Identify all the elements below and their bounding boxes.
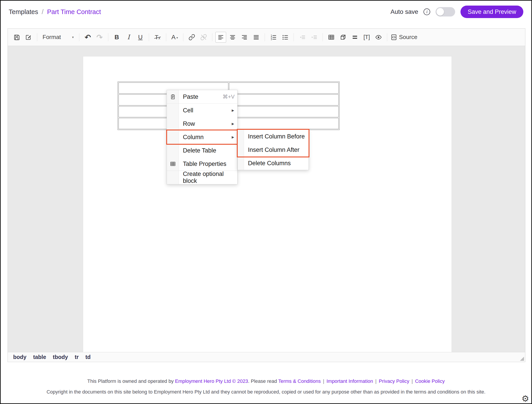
- bold-button[interactable]: B: [111, 32, 122, 43]
- footer-separator: |: [323, 378, 324, 384]
- cookie-policy-link[interactable]: Cookie Policy: [415, 378, 445, 384]
- link-button[interactable]: [186, 32, 197, 43]
- footer-line2: Copyright in the documents on this site …: [1, 389, 531, 395]
- toolbar-separator: [212, 33, 212, 41]
- indent-icon: [311, 34, 317, 41]
- underline-button[interactable]: U: [135, 32, 146, 43]
- source-button[interactable]: Source: [390, 32, 418, 43]
- important-information-link[interactable]: Important Information: [326, 378, 373, 384]
- menu-item-column[interactable]: Column ▸: [167, 130, 237, 144]
- gear-icon[interactable]: ⚙: [521, 394, 529, 403]
- insert-block-button[interactable]: [338, 32, 348, 43]
- align-center-icon: [229, 34, 236, 41]
- editor-resize-handle[interactable]: [520, 357, 524, 361]
- document-page[interactable]: [83, 56, 452, 352]
- submenu-arrow-icon: ▸: [232, 134, 234, 140]
- toolbar-separator: [323, 33, 323, 41]
- format-label: Format: [43, 34, 61, 41]
- source-icon: [391, 34, 397, 41]
- indent-button[interactable]: [309, 32, 319, 43]
- toolbar-separator: [37, 33, 37, 41]
- path-element-tbody[interactable]: tbody: [53, 354, 68, 360]
- text-field-button[interactable]: [T]: [361, 32, 372, 43]
- numbered-list-button[interactable]: 1 2 3: [268, 32, 279, 43]
- footer-text: This Platform is owned and operated by: [87, 378, 175, 384]
- horizontal-rule-button[interactable]: [349, 32, 360, 43]
- save-document-button[interactable]: [11, 32, 22, 43]
- text-color-button[interactable]: A▾: [169, 32, 180, 43]
- edit-template-button[interactable]: [23, 32, 34, 43]
- paste-shortcut: ⌘+V: [222, 94, 234, 100]
- privacy-policy-link[interactable]: Privacy Policy: [379, 378, 409, 384]
- autosave-toggle[interactable]: [436, 7, 455, 17]
- table-cell[interactable]: [229, 118, 339, 129]
- chevron-down-icon: ▾: [72, 35, 74, 39]
- breadcrumb-templates-link[interactable]: Templates: [9, 8, 38, 16]
- header-actions: Auto save i Save and Preview: [391, 6, 523, 18]
- site-footer: This Platform is owned and operated by E…: [1, 378, 531, 395]
- menu-item-delete-table[interactable]: Delete Table: [167, 144, 237, 157]
- underline-icon: U: [138, 34, 143, 40]
- path-element-tr[interactable]: tr: [75, 354, 79, 360]
- unlink-button[interactable]: [198, 32, 209, 43]
- text-color-icon: A▾: [171, 34, 178, 40]
- toolbar-separator: [387, 33, 387, 41]
- edit-template-icon: [25, 34, 32, 41]
- undo-icon: ↶: [85, 33, 91, 41]
- path-element-td[interactable]: td: [85, 354, 91, 360]
- toolbar-separator: [149, 33, 149, 41]
- align-justify-button[interactable]: [251, 32, 261, 43]
- outdent-button[interactable]: [297, 32, 308, 43]
- menu-item-insert-column-before[interactable]: Insert Column Before: [238, 130, 309, 143]
- preview-button[interactable]: [373, 32, 384, 43]
- remove-format-button[interactable]: Tx: [152, 32, 163, 43]
- bulleted-list-icon: [282, 34, 289, 41]
- terms-link[interactable]: Terms & Conditions: [278, 378, 321, 384]
- column-submenu: Insert Column Before Insert Column After…: [237, 130, 309, 170]
- menu-item-row[interactable]: Row ▸: [167, 117, 237, 130]
- breadcrumb-separator: /: [42, 8, 44, 16]
- table-properties-icon: [170, 161, 176, 167]
- save-icon: [13, 34, 20, 41]
- path-element-body[interactable]: body: [13, 354, 26, 360]
- undo-button[interactable]: ↶: [82, 32, 93, 43]
- editor: Format ▾ ↶ ↷ B I U Tx: [7, 28, 525, 362]
- insert-table-button[interactable]: [326, 32, 337, 43]
- align-center-button[interactable]: [227, 32, 238, 43]
- submenu-arrow-icon: ▸: [232, 121, 234, 127]
- align-right-button[interactable]: [239, 32, 250, 43]
- toolbar-separator: [79, 33, 79, 41]
- app-window: Templates / Part Time Contract Auto save…: [0, 0, 532, 404]
- menu-item-paste[interactable]: Paste ⌘+V: [167, 90, 237, 104]
- table-cell[interactable]: [229, 94, 339, 105]
- redo-button[interactable]: ↷: [94, 32, 105, 43]
- path-element-table[interactable]: table: [33, 354, 46, 360]
- table-cell[interactable]: [229, 106, 339, 117]
- table-cell[interactable]: [229, 83, 339, 94]
- source-label: Source: [399, 34, 417, 41]
- align-right-icon: [241, 34, 248, 41]
- footer-separator: |: [412, 378, 413, 384]
- footer-line1: This Platform is owned and operated by E…: [1, 378, 531, 384]
- menu-item-cell[interactable]: Cell ▸: [167, 104, 237, 117]
- outdent-icon: [299, 34, 306, 41]
- autosave-label: Auto save: [391, 8, 418, 15]
- italic-button[interactable]: I: [123, 32, 134, 43]
- remove-format-icon: Tx: [155, 34, 160, 40]
- breadcrumb-current-page: Part Time Contract: [47, 8, 101, 16]
- toggle-knob: [437, 8, 444, 16]
- info-icon[interactable]: i: [424, 8, 430, 15]
- format-dropdown[interactable]: Format ▾: [40, 32, 76, 43]
- save-and-preview-button[interactable]: Save and Preview: [461, 6, 523, 18]
- company-link[interactable]: Employment Hero Pty Ltd © 2023: [175, 378, 248, 384]
- align-left-button[interactable]: [215, 32, 226, 43]
- menu-item-table-properties[interactable]: Table Properties: [167, 157, 237, 170]
- menu-item-delete-columns[interactable]: Delete Columns: [238, 156, 309, 170]
- eye-icon: [375, 34, 382, 41]
- text-field-icon: [T]: [363, 34, 370, 40]
- menu-item-create-optional-block[interactable]: Create optional block: [167, 171, 237, 184]
- menu-item-insert-column-after[interactable]: Insert Column After: [238, 143, 309, 156]
- bulleted-list-button[interactable]: [280, 32, 291, 43]
- bold-icon: B: [114, 34, 119, 40]
- toolbar-separator: [183, 33, 183, 41]
